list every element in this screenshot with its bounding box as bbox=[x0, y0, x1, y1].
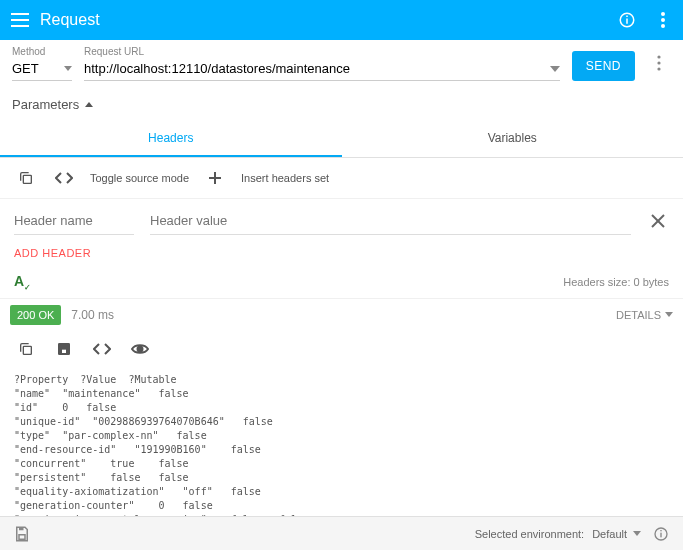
details-toggle[interactable]: DETAILS bbox=[616, 309, 673, 321]
headers-size-row: A✓ Headers size: 0 bytes bbox=[0, 267, 683, 299]
svg-point-16 bbox=[138, 346, 143, 351]
svg-point-11 bbox=[657, 67, 660, 70]
copy-icon[interactable] bbox=[14, 166, 38, 190]
header-name-input[interactable] bbox=[14, 207, 134, 235]
url-label: Request URL bbox=[84, 46, 560, 57]
status-badge: 200 OK bbox=[10, 305, 61, 325]
env-dropdown-icon bbox=[633, 531, 641, 536]
svg-rect-14 bbox=[58, 343, 70, 355]
method-label: Method bbox=[12, 46, 72, 57]
env-select[interactable]: Default bbox=[592, 528, 641, 540]
status-row: 200 OK 7.00 ms DETAILS bbox=[0, 299, 683, 331]
svg-rect-4 bbox=[626, 19, 628, 24]
svg-rect-15 bbox=[62, 349, 66, 352]
method-dropdown-icon[interactable] bbox=[64, 66, 72, 71]
params-tabs: Headers Variables bbox=[0, 121, 683, 158]
selected-env-label: Selected environment: bbox=[475, 528, 584, 540]
svg-rect-18 bbox=[19, 527, 24, 530]
method-input[interactable] bbox=[12, 61, 64, 76]
chevron-up-icon bbox=[85, 102, 93, 107]
header-value-input[interactable] bbox=[150, 207, 631, 235]
headers-size-label: Headers size: 0 bytes bbox=[563, 276, 669, 288]
remove-header-icon[interactable] bbox=[647, 210, 669, 232]
url-input[interactable] bbox=[84, 61, 550, 76]
env-info-icon[interactable] bbox=[649, 522, 673, 546]
svg-rect-1 bbox=[11, 19, 29, 21]
save-response-icon[interactable] bbox=[52, 337, 76, 361]
insert-set-label: Insert headers set bbox=[241, 172, 329, 184]
header-input-row bbox=[0, 199, 683, 237]
svg-point-7 bbox=[661, 18, 665, 22]
code-view-icon[interactable] bbox=[90, 337, 114, 361]
more-icon[interactable] bbox=[651, 8, 675, 32]
svg-point-8 bbox=[661, 24, 665, 28]
svg-point-6 bbox=[661, 12, 665, 16]
svg-rect-12 bbox=[23, 175, 31, 183]
svg-rect-0 bbox=[11, 13, 29, 15]
app-title: Request bbox=[40, 11, 615, 29]
preview-icon[interactable] bbox=[128, 337, 152, 361]
tab-headers[interactable]: Headers bbox=[0, 121, 342, 157]
menu-icon[interactable] bbox=[8, 8, 32, 32]
save-icon[interactable] bbox=[10, 522, 34, 546]
svg-rect-13 bbox=[23, 346, 31, 354]
text-format-icon[interactable]: A✓ bbox=[14, 273, 31, 292]
headers-toolbar: Toggle source mode Insert headers set bbox=[0, 158, 683, 199]
insert-set-icon[interactable] bbox=[203, 166, 227, 190]
svg-point-9 bbox=[657, 55, 660, 58]
response-body[interactable]: ?Property ?Value ?Mutable "name" "mainte… bbox=[0, 367, 683, 527]
toggle-source-label: Toggle source mode bbox=[90, 172, 189, 184]
url-field[interactable]: Request URL bbox=[84, 46, 560, 81]
toggle-source-icon[interactable] bbox=[52, 166, 76, 190]
svg-rect-5 bbox=[626, 16, 628, 18]
app-bar: Request bbox=[0, 0, 683, 40]
info-icon[interactable] bbox=[615, 8, 639, 32]
send-button[interactable]: SEND bbox=[572, 51, 635, 81]
request-more-icon[interactable] bbox=[647, 51, 671, 75]
svg-rect-20 bbox=[660, 532, 661, 537]
copy-response-icon[interactable] bbox=[14, 337, 38, 361]
svg-rect-2 bbox=[11, 25, 29, 27]
parameters-label: Parameters bbox=[12, 97, 79, 112]
add-header-button[interactable]: ADD HEADER bbox=[0, 237, 105, 267]
svg-point-10 bbox=[657, 61, 660, 64]
svg-rect-17 bbox=[19, 534, 25, 539]
parameters-toggle[interactable]: Parameters bbox=[0, 89, 683, 121]
url-history-icon[interactable] bbox=[550, 66, 560, 72]
svg-rect-21 bbox=[660, 530, 661, 531]
request-row: Method Request URL SEND bbox=[0, 40, 683, 89]
bottom-bar: Selected environment: Default bbox=[0, 516, 683, 550]
env-value: Default bbox=[592, 528, 627, 540]
response-toolbar bbox=[0, 331, 683, 367]
tab-variables[interactable]: Variables bbox=[342, 121, 684, 157]
details-label: DETAILS bbox=[616, 309, 661, 321]
chevron-down-icon bbox=[665, 312, 673, 317]
response-timing: 7.00 ms bbox=[71, 308, 114, 322]
method-field[interactable]: Method bbox=[12, 46, 72, 81]
